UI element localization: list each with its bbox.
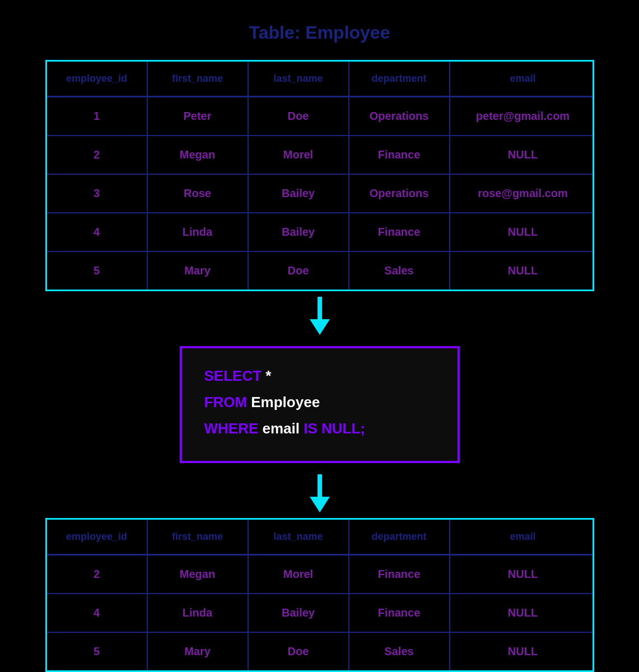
where-keyword: WHERE: [204, 420, 259, 437]
select-text: *: [262, 367, 271, 384]
arrow-head-1: [310, 319, 330, 335]
select-keyword: SELECT: [204, 367, 262, 384]
source-table-body: 1PeterDoeOperationspeter@gmail.com2Megan…: [47, 97, 593, 290]
col-header-department: department: [349, 62, 450, 96]
table-cell: NULL: [450, 252, 596, 290]
table-cell: Operations: [349, 97, 450, 135]
from-keyword: FROM: [204, 394, 248, 410]
table-row: 5MaryDoeSalesNULL: [47, 633, 593, 670]
table-cell: 4: [47, 213, 148, 251]
arrow-head-2: [310, 497, 330, 512]
col-header-email: email: [450, 62, 596, 96]
table-cell: Finance: [349, 594, 450, 632]
result-col-last-name: last_name: [249, 520, 349, 554]
result-table: employee_id first_name last_name departm…: [45, 518, 594, 672]
table-cell: Finance: [349, 136, 450, 174]
table-cell: Linda: [148, 213, 249, 251]
table-row: 2MeganMorelFinanceNULL: [47, 136, 593, 175]
table-cell: NULL: [450, 213, 596, 251]
table-cell: NULL: [450, 594, 596, 632]
col-header-employee-id: employee_id: [47, 62, 148, 96]
arrow-shaft-2: [318, 474, 322, 497]
query-line-3: WHERE email IS NULL;: [204, 418, 435, 440]
where-text: email: [258, 420, 304, 437]
table-cell: Sales: [349, 252, 450, 290]
table-cell: 4: [47, 594, 148, 632]
table-row: 3RoseBaileyOperationsrose@gmail.com: [47, 175, 593, 213]
table-row: 2MeganMorelFinanceNULL: [47, 556, 593, 594]
arrow-1: [310, 297, 330, 335]
arrow-2: [310, 474, 330, 512]
query-line-1: SELECT *: [204, 365, 435, 387]
col-header-last-name: last_name: [249, 62, 349, 96]
result-col-employee-id: employee_id: [47, 520, 148, 554]
source-table: employee_id first_name last_name departm…: [45, 60, 594, 291]
table-cell: Megan: [148, 136, 249, 174]
table-cell: 1: [47, 97, 148, 135]
page-title: Table: Employee: [249, 22, 390, 43]
table-cell: Finance: [349, 556, 450, 593]
result-col-email: email: [450, 520, 596, 554]
table-cell: NULL: [450, 556, 596, 593]
table-cell: Mary: [148, 252, 249, 290]
table-cell: rose@gmail.com: [450, 175, 596, 212]
table-cell: Operations: [349, 175, 450, 212]
table-cell: Bailey: [249, 213, 349, 251]
table-cell: peter@gmail.com: [450, 97, 596, 135]
table-cell: Doe: [249, 633, 349, 670]
table-cell: Rose: [148, 175, 249, 212]
table-cell: Doe: [249, 97, 349, 135]
table-cell: Megan: [148, 556, 249, 593]
table-cell: Morel: [249, 556, 349, 593]
table-cell: 2: [47, 136, 148, 174]
table-cell: 5: [47, 252, 148, 290]
table-cell: Linda: [148, 594, 249, 632]
arrow-shaft-1: [318, 297, 322, 319]
table-cell: Mary: [148, 633, 249, 670]
table-row: 5MaryDoeSalesNULL: [47, 252, 593, 290]
table-cell: Bailey: [249, 175, 349, 212]
table-cell: Peter: [148, 97, 249, 135]
table-cell: NULL: [450, 136, 596, 174]
col-header-first-name: first_name: [148, 62, 249, 96]
query-line-2: FROM Employee: [204, 391, 435, 413]
result-col-first-name: first_name: [148, 520, 249, 554]
table-cell: Finance: [349, 213, 450, 251]
source-table-header: employee_id first_name last_name departm…: [47, 62, 593, 97]
table-cell: 2: [47, 556, 148, 593]
table-cell: 3: [47, 175, 148, 212]
table-cell: Doe: [249, 252, 349, 290]
table-row: 1PeterDoeOperationspeter@gmail.com: [47, 97, 593, 136]
table-cell: Morel: [249, 136, 349, 174]
table-cell: NULL: [450, 633, 596, 670]
query-box: SELECT * FROM Employee WHERE email IS NU…: [180, 346, 460, 463]
result-table-body: 2MeganMorelFinanceNULL4LindaBaileyFinanc…: [47, 556, 593, 670]
is-null-keyword: IS NULL;: [304, 420, 365, 437]
result-col-department: department: [349, 520, 450, 554]
table-cell: Bailey: [249, 594, 349, 632]
table-row: 4LindaBaileyFinanceNULL: [47, 213, 593, 252]
table-cell: Sales: [349, 633, 450, 670]
result-table-header: employee_id first_name last_name departm…: [47, 520, 593, 556]
from-text: Employee: [247, 394, 320, 410]
table-cell: 5: [47, 633, 148, 670]
table-row: 4LindaBaileyFinanceNULL: [47, 594, 593, 633]
